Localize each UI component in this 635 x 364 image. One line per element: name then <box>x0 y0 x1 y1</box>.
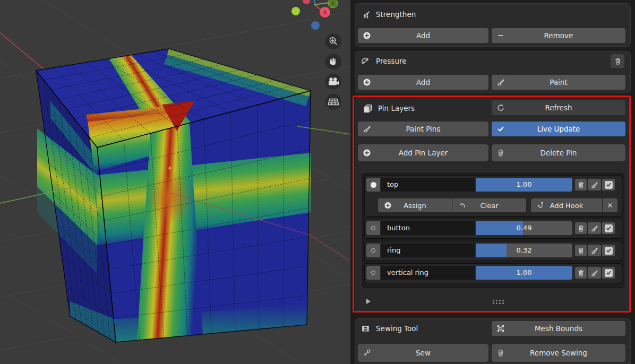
trash-icon <box>496 149 505 157</box>
brush-icon <box>590 181 598 189</box>
strengthen-remove-button[interactable]: Remove <box>492 28 625 43</box>
panel-drag-grip-icon[interactable] <box>493 300 494 301</box>
pin-item-paint-button[interactable] <box>588 222 601 234</box>
plus-icon <box>384 202 392 210</box>
cube-mesh[interactable] <box>36 49 311 342</box>
camera-view-button[interactable] <box>325 74 341 90</box>
mesh-bounds-label: Mesh Bounds <box>535 324 582 333</box>
checkbox-checked-icon <box>605 224 613 232</box>
trash-icon <box>614 57 622 65</box>
pin-item-paint-button[interactable] <box>588 179 601 190</box>
pin-item-enable-checkbox[interactable] <box>602 222 615 234</box>
paint-pins-label: Paint Pins <box>406 125 441 133</box>
sidebar-panel: Strengthen Add Remove Pressure <box>350 0 635 364</box>
pin-item-delete-button[interactable] <box>575 222 587 234</box>
sew-unlink-icon <box>363 349 371 357</box>
pin-item-enable-checkbox[interactable] <box>602 245 615 256</box>
pin-weight-slider[interactable]: 1.00 <box>476 266 572 280</box>
trash-icon <box>577 269 585 277</box>
pin-item-radio-selected[interactable] <box>366 178 380 192</box>
pin-weight-value: 0.49 <box>476 221 572 235</box>
refresh-icon <box>496 103 505 112</box>
pan-button[interactable] <box>325 54 341 70</box>
object-origin-dot[interactable] <box>168 167 171 170</box>
pressure-paint-button[interactable]: Paint <box>492 75 625 90</box>
undo-arrow-icon <box>458 202 466 210</box>
add-pin-layer-button[interactable]: Add Pin Layer <box>358 144 488 161</box>
refresh-label: Refresh <box>545 103 572 112</box>
strengthen-remove-label: Remove <box>544 31 573 40</box>
brush-icon <box>496 78 505 86</box>
pin-item-enable-checkbox[interactable] <box>602 179 615 190</box>
pin-item-radio[interactable] <box>366 221 380 235</box>
pin-weight-value: 1.00 <box>476 266 572 280</box>
pressure-add-label: Add <box>416 78 430 86</box>
sew-label: Sew <box>416 349 431 357</box>
brush-icon <box>363 125 371 133</box>
checkbox-checked-icon <box>605 181 613 189</box>
refresh-button[interactable]: Refresh <box>492 100 625 115</box>
clear-button[interactable]: Clear <box>452 198 526 212</box>
pin-item-delete-button[interactable] <box>575 267 587 279</box>
assign-button[interactable]: Assign <box>378 198 452 212</box>
pin-layers-title: Pin Layers <box>378 104 415 112</box>
plus-icon <box>363 149 371 157</box>
pressure-gauge-icon <box>361 57 370 66</box>
pin-name-field[interactable]: vertical ring <box>381 266 475 280</box>
pressure-add-button[interactable]: Add <box>358 75 488 90</box>
pin-item-paint-button[interactable] <box>588 267 601 279</box>
grid-toggle-button[interactable] <box>325 94 341 110</box>
sew-button[interactable]: Sew <box>358 344 488 362</box>
pin-weight-slider[interactable]: 0.49 <box>476 221 572 235</box>
pin-weight-slider[interactable]: 0.32 <box>476 244 572 257</box>
pin-item-delete-button[interactable] <box>575 245 587 256</box>
add-pin-layer-label: Add Pin Layer <box>399 149 448 157</box>
plus-icon <box>363 31 371 40</box>
checkmark-icon <box>496 125 505 133</box>
delete-pin-button[interactable]: Delete Pin <box>492 144 625 161</box>
pressure-title: Pressure <box>376 57 407 65</box>
paint-pins-button[interactable]: Paint Pins <box>358 122 488 136</box>
add-hook-button[interactable]: Add Hook <box>531 198 602 212</box>
live-update-toggle[interactable]: Live Update <box>492 122 625 136</box>
remove-sewing-label: Remove Sewing <box>530 349 587 357</box>
strengthen-title: Strengthen <box>376 10 416 19</box>
trash-icon <box>577 247 585 255</box>
brush-icon <box>590 269 598 277</box>
pin-item-delete-button[interactable] <box>575 179 587 190</box>
assign-label: Assign <box>404 202 426 210</box>
clear-label: Clear <box>480 202 499 210</box>
plus-icon <box>363 78 371 86</box>
minus-icon <box>496 31 505 40</box>
pressure-delete-button[interactable] <box>611 54 624 68</box>
trash-icon <box>496 349 505 357</box>
strengthen-add-button[interactable]: Add <box>358 28 488 43</box>
gizmo-neg-y-ball[interactable] <box>291 7 300 15</box>
pin-item-radio[interactable] <box>366 244 380 257</box>
zoom-button[interactable] <box>325 33 341 49</box>
expander-arrow-icon[interactable] <box>366 299 371 304</box>
mesh-bounds-icon <box>496 324 505 333</box>
gizmo-neg-z-ball[interactable] <box>311 21 320 30</box>
pin-item-radio[interactable] <box>366 266 380 280</box>
trash-icon <box>577 224 585 232</box>
pin-weight-slider[interactable]: 1.00 <box>476 178 572 192</box>
brush-icon <box>590 247 598 255</box>
strengthen-force-icon <box>361 10 370 19</box>
gizmo-y-label: Y <box>331 1 334 6</box>
strengthen-add-label: Add <box>416 31 430 40</box>
delete-pin-label: Delete Pin <box>540 149 577 157</box>
pin-name-field[interactable]: ring <box>381 244 475 257</box>
pin-item-paint-button[interactable] <box>588 245 601 256</box>
mesh-bounds-button[interactable]: Mesh Bounds <box>492 321 625 336</box>
viewport-3d[interactable]: Y X <box>0 0 350 364</box>
close-x-icon <box>606 202 614 209</box>
remove-sewing-button[interactable]: Remove Sewing <box>492 344 625 362</box>
pin-weight-value: 1.00 <box>476 178 572 192</box>
add-hook-label: Add Hook <box>550 202 583 210</box>
pin-name-field[interactable]: button <box>381 221 475 235</box>
pin-name-field[interactable]: top <box>381 178 475 192</box>
remove-ops-button[interactable] <box>603 198 617 212</box>
pin-item-enable-checkbox[interactable] <box>602 267 615 279</box>
checkbox-checked-icon <box>605 247 613 255</box>
